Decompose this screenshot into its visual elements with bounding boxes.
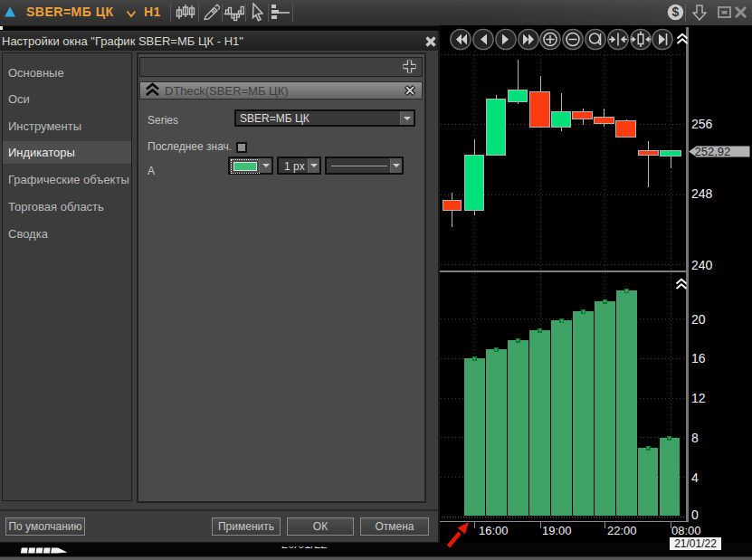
svg-text:252,92: 252,92 bbox=[695, 146, 731, 157]
svg-text:$: $ bbox=[672, 5, 680, 19]
